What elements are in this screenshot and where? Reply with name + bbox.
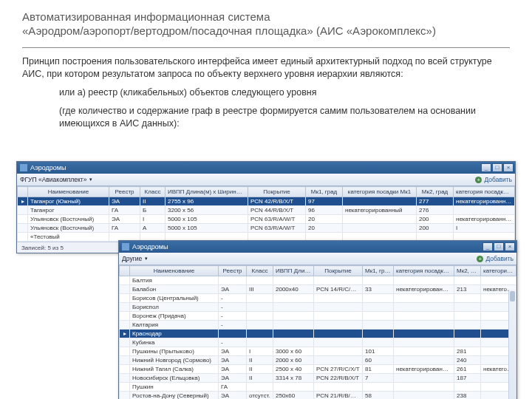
cell: 238 [454,392,481,400]
cell: 2000 x 60 [273,356,314,365]
column-header[interactable] [18,187,28,197]
table-row[interactable]: Калтария- [120,321,516,330]
column-header[interactable]: Мк1, град [306,187,343,197]
column-header[interactable]: категория посадки Мк2 [481,266,516,276]
cell [314,276,363,285]
minimize-button[interactable]: _ [482,242,493,251]
divider [22,47,510,48]
column-header[interactable]: Мк1, град [363,266,394,276]
column-header[interactable] [120,266,130,276]
table-row[interactable]: Новосибирск (Ельцовка)ЭАII3314 x 78PCN 2… [120,374,516,383]
column-header[interactable]: Реестр [109,187,140,197]
table-row[interactable]: Воронеж (Придача)- [120,312,516,321]
column-header[interactable]: категория посадки Мк1 [343,187,417,197]
column-header[interactable]: ИВПП Длина(м) x Ширина (м) [166,187,248,197]
column-header[interactable]: категория посадки Мк1 [394,266,454,276]
cell: PCN 21/R/B/W/T [314,392,363,400]
table-row[interactable]: Кубинка- [120,338,516,347]
cell: 240 [454,356,481,365]
maximize-button[interactable]: □ [492,163,502,172]
filter-value: Другие [122,255,142,262]
cell [454,276,481,285]
table-row[interactable]: Ульяновск (Восточный)ЭАI5000 x 105PCN 63… [18,215,515,224]
maximize-button[interactable]: □ [494,242,504,251]
column-header[interactable]: категория посадки Мк2 [454,187,515,197]
cell [363,383,394,392]
table-row[interactable]: ПушкинГА [120,383,516,392]
table-row[interactable]: Бориспол- [120,303,516,312]
cell: ЭА [219,285,247,294]
row-icon [18,206,28,215]
add-button[interactable]: + Добавить [475,176,512,183]
table-row[interactable]: ▸Таганрог (Южный)ЭАII2755 x 96PCN 42/R/B… [18,197,515,206]
table-row[interactable]: Нижний Тагил (Салка)ЭАII2500 x 40PCN 27/… [120,365,516,374]
table-row[interactable]: Балтия [120,276,516,285]
filter-combo[interactable]: ФГУП «Авиакомплект» ▾ [20,176,475,183]
row-icon: ▸ [120,330,130,338]
data-grid[interactable]: НаименованиеРеестрКлассИВПП Длина(м) x Ш… [119,265,516,399]
cell [363,294,394,303]
column-header[interactable]: Мк2, град [454,266,481,276]
column-header[interactable]: Класс [247,266,273,276]
column-header[interactable]: Реестр [219,266,247,276]
cell [363,321,394,330]
cell: 277 [417,197,454,206]
scrollbar[interactable] [508,290,516,399]
filter-combo[interactable]: Другие ▾ [122,255,477,262]
chevron-down-icon: ▾ [145,256,148,262]
cell [454,321,481,330]
column-header[interactable]: Класс [140,187,166,197]
table-row[interactable]: Борисов (Центральный)- [120,294,516,303]
intro-paragraph: Принцип построения пользовательского инт… [22,55,510,81]
column-header[interactable]: Наименование [130,266,219,276]
cell: Пушкин [130,383,219,392]
row-icon [120,338,130,347]
table-row[interactable]: Ростов-на-Дону (Северный)ЭАотсутст.250x6… [120,392,516,400]
table-row[interactable]: Пушкины (Прытыково)ЭАI3000 x 60101281 [120,347,516,356]
cell: 5000 x 105 [166,224,248,233]
cell: 2755 x 96 [166,197,248,206]
cell: 2000x40 [273,285,314,294]
table-row[interactable]: ТаганрогГАБ3200 x 56PCN 44/R/B/X/T96нека… [18,206,515,215]
cell: PCN 14/R/C/W/T [314,285,363,294]
titlebar[interactable]: Аэродромы _ □ × [17,162,515,174]
close-button[interactable]: × [505,242,515,251]
cell: ЭА [219,374,247,383]
table-row[interactable]: БалабонЭАIII2000x40PCN 14/R/C/W/T33некат… [120,285,516,294]
cell [394,383,454,392]
cell [394,312,454,321]
data-grid[interactable]: НаименованиеРеестрКлассИВПП Длина(м) x Ш… [17,186,515,242]
window-title: Аэродромы [132,243,482,250]
cell [273,303,314,312]
close-button[interactable]: × [503,163,514,172]
cell: 200 [417,224,454,233]
column-header[interactable]: ИВПП Длина(м) x Ширина (м) [273,266,314,276]
cell [394,330,454,338]
window-icon [122,243,129,250]
column-header[interactable]: Наименование [28,187,109,197]
minimize-button[interactable]: _ [481,163,491,172]
table-row[interactable]: Ульяновск (Восточный)ГАА5000 x 105PCN 63… [18,224,515,233]
table-row[interactable]: Нижний Новгород (Сормово)ЭАII2000 x 6060… [120,356,516,365]
cell [247,303,273,312]
cell: 3314 x 78 [273,374,314,383]
add-button[interactable]: + Добавить [477,255,514,262]
table-row[interactable]: ▸Краснодар [120,330,516,338]
cell [247,383,273,392]
row-icon [18,215,28,224]
cell: некатегорированный [343,206,417,215]
window-icon [20,164,27,171]
column-header[interactable]: Мк2, град [417,187,454,197]
scrollbar-thumb[interactable] [510,291,515,301]
cell: II [247,365,273,374]
cell: Нижний Тагил (Салка) [130,365,219,374]
column-header[interactable]: Покрытие [248,187,306,197]
row-icon [120,392,130,400]
cell [343,197,417,206]
column-header[interactable]: Покрытие [314,266,363,276]
cell [394,321,454,330]
cell: II [247,356,273,365]
titlebar[interactable]: Аэродромы _ □ × [119,241,516,253]
cell [343,224,417,233]
cell: - [219,338,247,347]
